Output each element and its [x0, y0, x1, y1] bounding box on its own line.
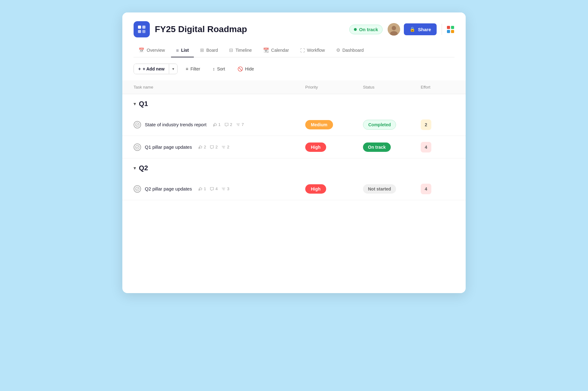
- priority-badge[interactable]: High: [305, 142, 326, 152]
- status-pill[interactable]: Completed: [363, 120, 396, 130]
- effort-value: 2: [421, 119, 431, 130]
- status-cell: On track: [359, 138, 417, 156]
- priority-cell: Medium: [301, 116, 359, 134]
- group-q2-label: Q2: [139, 164, 148, 172]
- list-icon: ≡: [176, 48, 179, 53]
- tab-workflow[interactable]: ⛶ Workflow: [295, 44, 330, 57]
- filter-icon: ≡: [186, 66, 188, 71]
- group-q2[interactable]: ▾ Q2: [122, 158, 466, 178]
- tab-list[interactable]: ≡ List: [171, 44, 194, 57]
- col-effort: Effort: [417, 80, 454, 94]
- effort-value: 4: [421, 142, 431, 152]
- tab-calendar[interactable]: 📆 Calendar: [258, 44, 294, 57]
- add-new-main-button[interactable]: + + Add new: [134, 64, 169, 74]
- priority-cell: High: [301, 180, 359, 198]
- lock-icon: 🔒: [409, 27, 415, 32]
- task-subtasks: 7: [236, 122, 244, 127]
- task-comments: 4: [210, 186, 218, 191]
- svg-rect-3: [142, 30, 145, 33]
- tab-overview[interactable]: 📅 Overview: [134, 44, 170, 57]
- status-dot: [354, 28, 357, 31]
- header-actions: 🔒 Share: [388, 23, 454, 36]
- header: FY25 Digital Roadmap On track 🔒 Share: [122, 12, 466, 57]
- task-meta: 1 4 3: [198, 186, 229, 191]
- task-name-text: State of industry trends report: [145, 122, 207, 127]
- calendar-icon: 📆: [263, 47, 269, 53]
- workflow-icon: ⛶: [300, 48, 305, 53]
- nav-tabs: 📅 Overview ≡ List ⊞ Board ⊟ Timeline 📆 C…: [134, 44, 454, 57]
- task-name-text: Q1 pillar page updates: [145, 144, 192, 150]
- task-meta: 1 2 7: [213, 122, 244, 127]
- tab-dashboard[interactable]: ⚙ Dashboard: [331, 44, 369, 57]
- task-check-icon[interactable]: [134, 121, 141, 128]
- status-pill[interactable]: Not started: [363, 184, 396, 194]
- add-new-chevron-button[interactable]: ▾: [169, 64, 177, 74]
- tab-board[interactable]: ⊞ Board: [195, 44, 223, 57]
- task-name-cell: Q1 pillar page updates 2 2 2: [134, 138, 301, 156]
- table-row: Q1 pillar page updates 2 2 2: [122, 136, 466, 158]
- task-check-icon[interactable]: [134, 143, 141, 151]
- effort-cell: 2: [417, 115, 454, 134]
- dashboard-icon: ⚙: [336, 47, 340, 53]
- add-new-button-group[interactable]: + + Add new ▾: [134, 64, 178, 74]
- task-name-cell: State of industry trends report 1 2 7: [134, 116, 301, 133]
- effort-cell: 4: [417, 179, 454, 199]
- status-label: On track: [359, 27, 378, 32]
- project-status-badge: On track: [349, 25, 383, 34]
- priority-cell: High: [301, 138, 359, 156]
- task-comments: 2: [210, 145, 218, 149]
- priority-badge[interactable]: Medium: [305, 120, 333, 129]
- table-row: Q2 pillar page updates 1 4 3: [122, 178, 466, 200]
- svg-rect-0: [138, 26, 141, 29]
- sort-button[interactable]: ↕ Sort: [208, 64, 229, 74]
- apps-grid-icon[interactable]: [447, 26, 454, 33]
- app-window: FY25 Digital Roadmap On track 🔒 Share: [122, 12, 466, 293]
- table-row: State of industry trends report 1 2 7: [122, 113, 466, 136]
- effort-value: 4: [421, 184, 431, 194]
- task-check-icon[interactable]: [134, 185, 141, 193]
- status-cell: Not started: [359, 180, 417, 198]
- group-q1-chevron: ▾: [134, 101, 136, 106]
- task-likes: 1: [213, 122, 221, 127]
- tab-timeline[interactable]: ⊟ Timeline: [224, 44, 257, 57]
- task-subtasks: 3: [221, 186, 229, 191]
- task-likes: 1: [198, 186, 206, 191]
- plus-icon: +: [138, 66, 141, 71]
- status-pill[interactable]: On track: [363, 142, 391, 152]
- header-divider: [442, 24, 442, 35]
- task-meta: 2 2 2: [198, 145, 229, 149]
- priority-badge[interactable]: High: [305, 184, 326, 194]
- app-logo: [134, 21, 150, 37]
- task-likes: 2: [198, 145, 206, 149]
- svg-rect-1: [142, 26, 145, 29]
- sort-icon: ↕: [213, 66, 215, 71]
- task-subtasks: 2: [221, 145, 229, 149]
- group-q1-label: Q1: [139, 100, 148, 108]
- effort-cell: 4: [417, 138, 454, 157]
- hide-button[interactable]: 🚫 Hide: [233, 64, 258, 74]
- col-status: Status: [359, 80, 417, 94]
- svg-rect-2: [138, 30, 141, 33]
- task-table: Task name Priority Status Effort ▾ Q1 St…: [122, 80, 466, 200]
- svg-point-5: [392, 26, 396, 30]
- hide-icon: 🚫: [238, 66, 243, 71]
- timeline-icon: ⊟: [229, 47, 233, 53]
- task-name-cell: Q2 pillar page updates 1 4 3: [134, 180, 301, 198]
- overview-icon: 📅: [139, 47, 145, 53]
- col-task-name: Task name: [134, 80, 301, 94]
- group-q2-chevron: ▾: [134, 166, 136, 171]
- project-title: FY25 Digital Roadmap: [155, 24, 344, 34]
- group-q1[interactable]: ▾ Q1: [122, 94, 466, 113]
- task-comments: 2: [224, 122, 232, 127]
- board-icon: ⊞: [200, 47, 204, 53]
- task-name-text: Q2 pillar page updates: [145, 186, 192, 191]
- col-priority: Priority: [301, 80, 359, 94]
- share-button[interactable]: 🔒 Share: [404, 23, 437, 35]
- status-cell: Completed: [359, 115, 417, 134]
- filter-button[interactable]: ≡ Filter: [181, 64, 204, 74]
- avatar: [388, 23, 400, 36]
- table-header: Task name Priority Status Effort: [122, 80, 466, 94]
- toolbar: + + Add new ▾ ≡ Filter ↕ Sort 🚫 Hide: [122, 57, 466, 80]
